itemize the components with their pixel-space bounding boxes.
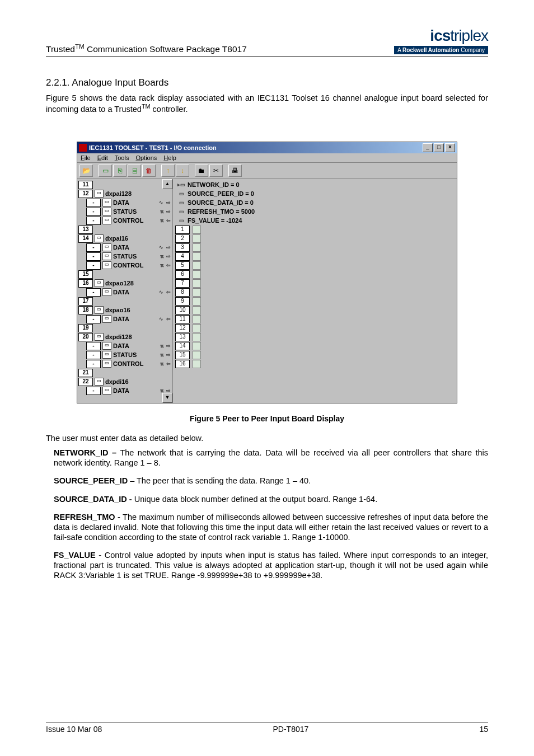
tool-copy-icon[interactable]: ⎘ — [113, 165, 127, 177]
tree-row[interactable]: -▭CONTROLℼ ⇦ — [78, 261, 171, 270]
tree-row[interactable]: -▭DATA∿ ⇦ — [78, 288, 171, 297]
channel-row[interactable]: 14 — [175, 341, 455, 350]
definition-key: REFRESH_TMO - — [54, 513, 123, 522]
channel-row[interactable]: 6 — [175, 270, 455, 279]
tool-open-icon[interactable]: 📂 — [79, 165, 93, 177]
tree-row[interactable]: -▭STATUSℼ ⇨ — [78, 207, 171, 216]
intro-paragraph: Figure 5 shows the data rack display ass… — [46, 93, 488, 114]
tree-row[interactable]: 16▭dxpao128 — [78, 279, 171, 288]
menu-tools[interactable]: Tools — [115, 154, 129, 161]
definition-paragraph: REFRESH_TMO - The maximum number of mill… — [54, 512, 488, 542]
tree-row[interactable]: 18▭dxpao16 — [78, 306, 171, 314]
param-row[interactable]: ▭SOURCE_PEER_ID = 0 — [175, 189, 455, 198]
slot-box: - — [86, 252, 101, 261]
tree-label: CONTROL — [113, 262, 160, 269]
titlebar[interactable]: IEC1131 TOOLSET - TEST1 - I/O connection… — [77, 142, 457, 153]
board-icon: ▭ — [102, 351, 111, 359]
tree-row[interactable]: -▭DATAℼ ⇨ — [78, 341, 171, 350]
tree-row[interactable]: 12▭dxpai128 — [78, 189, 171, 198]
channel-row[interactable]: 9 — [175, 297, 455, 306]
tool-slot-icon[interactable]: ▭ — [99, 165, 112, 177]
logo: icstriplex A Rockwell Automation Company — [394, 27, 488, 54]
tree-row[interactable]: -▭STATUSℼ ⇨ — [78, 252, 171, 261]
tree-row[interactable]: -▭DATA∿ ⇨ — [78, 198, 171, 207]
channel-row[interactable]: 15 — [175, 350, 455, 359]
slot-box: 17 — [78, 297, 93, 306]
channel-row[interactable]: 5 — [175, 261, 455, 270]
tree-row[interactable]: -▭DATA∿ ⇦ — [78, 314, 171, 323]
param-text: REFRESH_TMO = 5000 — [188, 208, 255, 215]
tree-row[interactable]: 14▭dxpai16 — [78, 234, 171, 243]
channel-led-icon — [193, 226, 201, 234]
channel-number: 2 — [175, 234, 190, 243]
channel-row[interactable]: 12 — [175, 323, 455, 332]
channel-row[interactable]: 8 — [175, 288, 455, 297]
maximize-button[interactable]: □ — [434, 143, 444, 152]
signal-icon: ℼ ⇦ — [160, 262, 171, 268]
minimize-button[interactable]: _ — [423, 143, 433, 152]
param-row[interactable]: ▭SOURCE_DATA_ID = 0 — [175, 198, 455, 207]
channel-number: 11 — [175, 315, 190, 323]
param-icon: ▭ — [175, 209, 188, 214]
channel-row[interactable]: 10 — [175, 306, 455, 314]
tree-row[interactable]: 21 — [78, 368, 171, 377]
signal-icon: ℼ ⇨ — [160, 352, 171, 358]
tool-print-icon[interactable]: 🖶 — [228, 165, 242, 177]
tool-up-icon[interactable]: ↑ — [161, 165, 175, 177]
tree-label: STATUS — [113, 208, 160, 215]
tree-row[interactable]: 20▭dxpdi128 — [78, 332, 171, 341]
tree-row[interactable]: 13 — [78, 225, 171, 234]
channel-row[interactable]: 1 — [175, 225, 455, 234]
tree-row[interactable]: -▭DATA∿ ⇨ — [78, 243, 171, 252]
definition-paragraph: NETWORK_ID – The network that is carryin… — [54, 448, 488, 468]
channel-row[interactable]: 13 — [175, 332, 455, 341]
tree-row[interactable]: -▭CONTROLℼ ⇦ — [78, 216, 171, 225]
scroll-up-button[interactable]: ▲ — [162, 179, 172, 189]
board-icon: ▭ — [95, 378, 104, 386]
channel-row[interactable]: 11 — [175, 314, 455, 323]
tool-cut-icon[interactable]: ✂ — [209, 165, 223, 177]
param-text: SOURCE_DATA_ID = 0 — [188, 199, 254, 206]
channel-row[interactable]: 7 — [175, 279, 455, 288]
tree-row[interactable]: 19 — [78, 323, 171, 332]
scroll-down-button[interactable]: ▼ — [162, 393, 172, 403]
detail-pane: ▸▭NETWORK_ID = 0▭SOURCE_PEER_ID = 0▭SOUR… — [173, 179, 457, 403]
tree-row[interactable]: 17 — [78, 297, 171, 306]
menubar: FileEditToolsOptionsHelp — [77, 153, 457, 163]
definition-key: SOURCE_PEER_ID — [54, 476, 128, 485]
menu-edit[interactable]: Edit — [97, 154, 108, 161]
param-row[interactable]: ▭FS_VALUE = -1024 — [175, 216, 455, 225]
tool-board-icon[interactable]: ⌸ — [128, 165, 141, 177]
tree-label: DATA — [113, 199, 159, 206]
tree-row[interactable]: -▭STATUSℼ ⇨ — [78, 350, 171, 359]
signal-icon: ∿ ⇦ — [159, 316, 171, 322]
channel-row[interactable]: 16 — [175, 359, 455, 368]
channel-row[interactable]: 2 — [175, 234, 455, 243]
tree-row[interactable]: -▭CONTROLℼ ⇦ — [78, 359, 171, 368]
tree-row[interactable]: 22▭dxpdi16 — [78, 377, 171, 386]
menu-help[interactable]: Help — [163, 154, 176, 161]
tool-tree-icon[interactable]: 🖿 — [195, 165, 208, 177]
channel-row[interactable]: 3 — [175, 243, 455, 252]
param-icon: ▭ — [175, 218, 188, 223]
param-row[interactable]: ▭REFRESH_TMO = 5000 — [175, 207, 455, 216]
board-icon: ▭ — [102, 217, 111, 224]
tool-delete-icon[interactable]: 🗑 — [142, 165, 156, 177]
param-row[interactable]: ▸▭NETWORK_ID = 0 — [175, 180, 455, 189]
channel-row[interactable]: 4 — [175, 252, 455, 261]
tool-down-icon[interactable]: ↓ — [176, 165, 189, 177]
channel-led-icon — [193, 288, 201, 297]
menu-file[interactable]: File — [81, 154, 91, 161]
menu-options[interactable]: Options — [135, 154, 157, 161]
slot-box: - — [86, 360, 101, 368]
channel-number: 16 — [175, 360, 190, 368]
tree-row[interactable]: 11 — [78, 180, 171, 189]
slot-box: 21 — [78, 369, 93, 377]
channel-number: 4 — [175, 252, 190, 261]
app-icon — [79, 144, 87, 152]
close-button[interactable]: × — [445, 143, 455, 152]
tree-row[interactable]: 15 — [78, 270, 171, 279]
tree-row[interactable]: -▭DATAℼ ⇨ — [78, 386, 171, 395]
toolbar: 📂 ▭ ⎘ ⌸ 🗑 ↑ ↓ 🖿 ✂ 🖶 — [77, 163, 457, 179]
channel-number: 8 — [175, 288, 190, 297]
